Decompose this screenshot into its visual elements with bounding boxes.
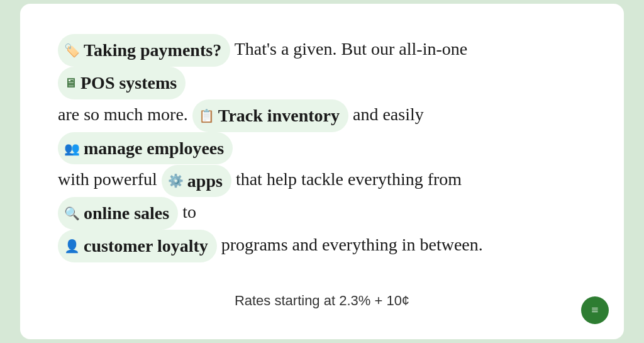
loyalty-icon: 👤 <box>64 240 80 252</box>
text-part6: that help tackle everything from <box>231 169 462 189</box>
taking-payments-highlight: 🏷️ Taking payments? <box>58 34 230 67</box>
text-block: 🏷️ Taking payments? That's a given. But … <box>58 34 586 262</box>
track-label: Track inventory <box>218 101 340 131</box>
text-part5: with powerful <box>58 169 162 189</box>
track-icon: 📋 <box>199 110 214 122</box>
online-label: online sales <box>84 198 169 228</box>
taking-payments-label: Taking payments? <box>84 35 221 65</box>
apps-icon: ⚙️ <box>168 174 184 187</box>
pos-icon: 🖥 <box>64 77 77 89</box>
text-part2: That's a given. But our all-in-one <box>230 39 467 59</box>
manage-label: manage employees <box>84 133 224 164</box>
text-part7: to <box>178 202 196 222</box>
loyalty-label: customer loyalty <box>84 231 208 261</box>
main-card: 🏷️ Taking payments? That's a given. But … <box>20 4 624 339</box>
pos-label: POS systems <box>80 68 177 98</box>
online-sales-highlight: 🔍 online sales <box>58 197 178 230</box>
manage-employees-highlight: 👥 manage employees <box>58 132 233 165</box>
text-part8: programs and everything in between. <box>217 235 483 254</box>
payments-icon: 🏷️ <box>64 44 80 57</box>
apps-highlight: ⚙️ apps <box>162 165 231 198</box>
employees-icon: 👥 <box>64 142 80 155</box>
pos-systems-highlight: 🖥 POS systems <box>58 67 186 99</box>
text-part3: are so much more. <box>58 104 192 124</box>
track-inventory-highlight: 📋 Track inventory <box>192 99 348 132</box>
online-icon: 🔍 <box>64 207 80 220</box>
customer-loyalty-highlight: 👤 customer loyalty <box>58 230 217 262</box>
rates-text: Rates starting at 2.3% + 10¢ <box>235 293 409 309</box>
text-part4: and easily <box>348 104 424 124</box>
fab-icon: ≡ <box>591 303 598 317</box>
fab-button[interactable]: ≡ <box>581 296 609 324</box>
apps-label: apps <box>187 166 223 196</box>
